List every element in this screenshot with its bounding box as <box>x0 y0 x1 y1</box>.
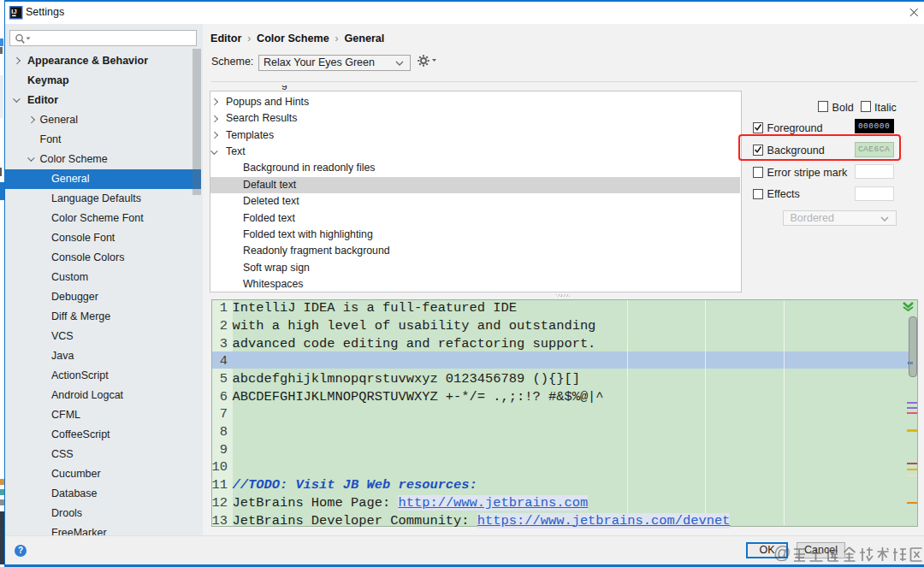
svg-text:IJ: IJ <box>11 8 16 15</box>
